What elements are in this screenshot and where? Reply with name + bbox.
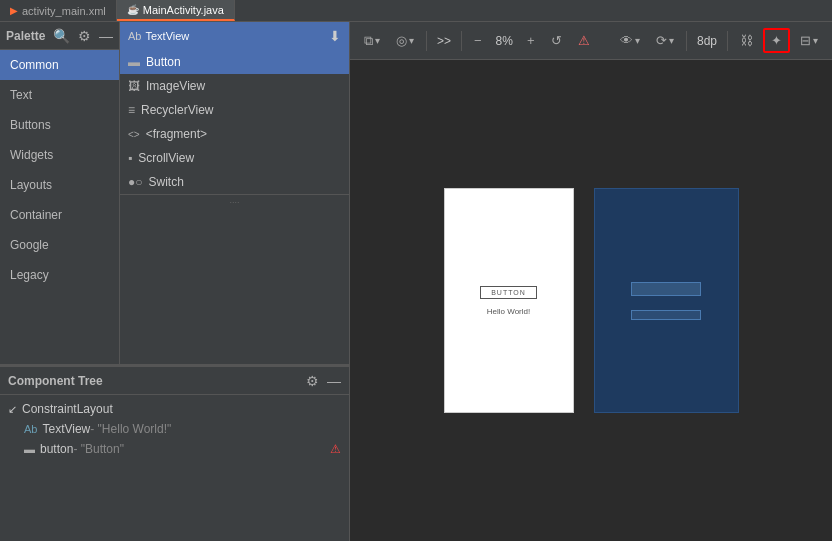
button-item-icon: ▬ [128,55,140,69]
chain-button[interactable]: ⛓ [734,30,759,51]
margin-value: 8dp [693,34,721,48]
category-text[interactable]: Text [0,80,119,110]
palette-items-header: Ab TextView ⬇ [120,22,349,50]
tab-main-label: MainActivity.java [143,4,224,16]
palette-item-recyclerview[interactable]: ≡ RecyclerView [120,98,349,122]
tab-activity[interactable]: ▶ activity_main.xml [0,0,117,21]
imageview-item-icon: 🖼 [128,79,140,93]
refresh-icon: ↺ [551,33,562,48]
pan-chevron: ▾ [635,35,640,46]
zoom-in-icon: + [527,33,535,48]
baseline-icon: ⊟ [800,33,811,48]
phone-light-button: BUTTON [480,286,537,299]
palette-header-icons: 🔍 ⚙ — [53,28,113,44]
warning-icon: ⚠ [578,33,590,48]
left-panel: Palette 🔍 ⚙ — Common Text Buttons Widget… [0,22,350,541]
category-layouts[interactable]: Layouts [0,170,119,200]
component-tree-header: Component Tree ⚙ — [0,367,349,395]
fragment-item-label: <fragment> [146,127,207,141]
magic-wand-button[interactable]: ✦ [763,28,790,53]
phone-light-text: Hello World! [487,307,530,316]
tree-items: ↙ ConstraintLayout Ab TextView- "Hello W… [0,395,349,463]
tree-button-suffix: - "Button" [73,442,124,456]
tree-item-textview[interactable]: Ab TextView- "Hello World!" [16,419,349,439]
tree-minimize-icon[interactable]: — [327,373,341,389]
zoom-in-button[interactable]: + [521,30,541,51]
category-widgets[interactable]: Widgets [0,140,119,170]
scrollview-item-label: ScrollView [138,151,194,165]
zoom-value: 8% [492,34,517,48]
textview-header-label: TextView [145,30,189,42]
phone-dark-button2 [631,310,701,320]
divider-4 [727,31,728,51]
rotate-chevron: ▾ [669,35,674,46]
layers-icon: ⧉ [364,33,373,49]
eye-icon: 👁 [620,33,633,48]
main-layout: Palette 🔍 ⚙ — Common Text Buttons Widget… [0,22,832,541]
textview-tree-icon: Ab [24,423,37,435]
tree-textview-suffix: - "Hello World!" [90,422,171,436]
right-panel: ⧉ ▾ ◎ ▾ >> − 8% + ↺ ⚠ [350,22,832,541]
category-buttons[interactable]: Buttons [0,110,119,140]
button-tree-icon: ▬ [24,443,35,455]
download-icon[interactable]: ⬇ [329,28,341,44]
magnet-chevron: ▾ [409,35,414,46]
divider-2 [461,31,462,51]
activity-icon: ▶ [10,5,18,16]
component-tree-title: Component Tree [8,374,103,388]
palette-item-switch[interactable]: ●○ Switch [120,170,349,194]
palette-categories: Palette 🔍 ⚙ — Common Text Buttons Widget… [0,22,120,364]
recyclerview-item-label: RecyclerView [141,103,213,117]
rotate-icon: ⟳ [656,33,667,48]
divider-3 [686,31,687,51]
constraint-icon: ↙ [8,403,17,416]
palette-header: Palette 🔍 ⚙ — [0,22,119,50]
tree-textview-label: TextView- "Hello World!" [42,422,171,436]
zoom-out-button[interactable]: − [468,30,488,51]
phone-dark-mockup [594,188,739,413]
magnet-icon: ◎ [396,33,407,48]
palette-section: Palette 🔍 ⚙ — Common Text Buttons Widget… [0,22,349,367]
search-icon[interactable]: 🔍 [53,28,70,44]
layers-chevron: ▾ [375,35,380,46]
palette-item-button[interactable]: ▬ Button [120,50,349,74]
category-container[interactable]: Container [0,200,119,230]
tree-item-button[interactable]: ▬ button- "Button" ⚠ [16,439,349,459]
layers-button[interactable]: ⧉ ▾ [358,30,386,52]
tree-gear-icon[interactable]: ⚙ [306,373,319,389]
more-icon[interactable]: >> [433,34,455,48]
rotate-button[interactable]: ⟳ ▾ [650,30,680,51]
canvas-area: BUTTON Hello World! [350,60,832,541]
tab-main[interactable]: ☕ MainActivity.java [117,0,235,21]
main-icon: ☕ [127,4,139,15]
palette-item-imageview[interactable]: 🖼 ImageView [120,74,349,98]
tree-constraint-label: ConstraintLayout [22,402,113,416]
palette-title: Palette [6,29,45,43]
category-common[interactable]: Common [0,50,119,80]
minimize-icon[interactable]: — [99,28,113,44]
tab-bar: ▶ activity_main.xml ☕ MainActivity.java [0,0,832,22]
recyclerview-item-icon: ≡ [128,103,135,117]
baseline-button[interactable]: ⊟ ▾ [794,30,824,51]
magic-wand-icon: ✦ [771,33,782,48]
error-icon: ⚠ [330,442,341,456]
switch-item-label: Switch [149,175,184,189]
warning-button[interactable]: ⚠ [572,30,596,51]
switch-item-icon: ●○ [128,175,143,189]
magnet-button[interactable]: ◎ ▾ [390,30,420,51]
category-legacy[interactable]: Legacy [0,260,119,290]
category-google[interactable]: Google [0,230,119,260]
tree-item-constraint[interactable]: ↙ ConstraintLayout [0,399,349,419]
gear-icon[interactable]: ⚙ [78,28,91,44]
imageview-item-label: ImageView [146,79,205,93]
pan-button[interactable]: 👁 ▾ [614,30,646,51]
palette-item-scrollview[interactable]: ▪ ScrollView [120,146,349,170]
tab-activity-label: activity_main.xml [22,5,106,17]
textview-header-icon: Ab [128,30,141,42]
refresh-button[interactable]: ↺ [545,30,568,51]
chain-icon: ⛓ [740,33,753,48]
tree-header-icons: ⚙ — [306,373,341,389]
button-item-label: Button [146,55,181,69]
scrollview-item-icon: ▪ [128,151,132,165]
palette-item-fragment[interactable]: <> <fragment> [120,122,349,146]
